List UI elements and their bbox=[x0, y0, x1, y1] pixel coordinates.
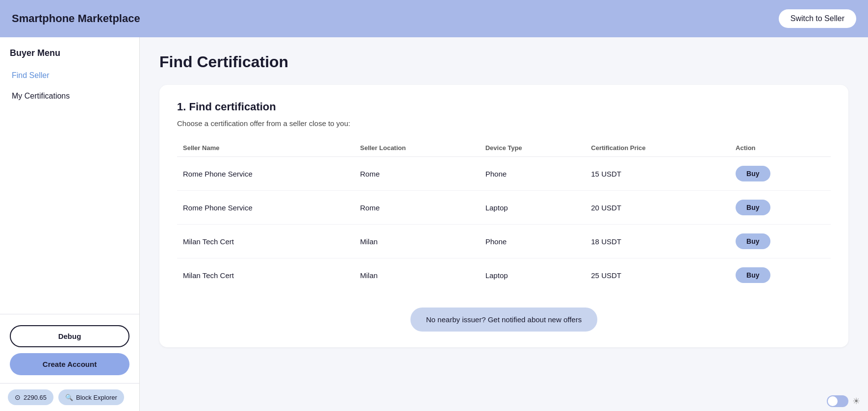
cell-action: Buy bbox=[730, 157, 831, 191]
app-title: Smartphone Marketplace bbox=[12, 12, 140, 25]
buy-button[interactable]: Buy bbox=[736, 166, 770, 181]
cell-certification-price: 18 USDT bbox=[585, 225, 730, 258]
section-description: Choose a certification offer from a sell… bbox=[177, 119, 831, 128]
block-explorer-badge[interactable]: 🔍 Block Explorer bbox=[58, 389, 124, 405]
cell-device-type: Phone bbox=[480, 225, 586, 258]
table-header: Seller Name Seller Location Device Type … bbox=[177, 139, 831, 157]
col-seller-name: Seller Name bbox=[177, 139, 354, 157]
switch-to-seller-button[interactable]: Switch to Seller bbox=[779, 9, 856, 28]
theme-toggle-track[interactable] bbox=[827, 395, 848, 407]
cell-device-type: Phone bbox=[480, 157, 586, 191]
theme-toggle-thumb bbox=[828, 396, 838, 406]
section-title: 1. Find certification bbox=[177, 101, 831, 113]
cell-certification-price: 25 USDT bbox=[585, 258, 730, 292]
col-seller-location: Seller Location bbox=[354, 139, 479, 157]
theme-toggle: ☀ bbox=[827, 395, 860, 407]
main-wrapper: Find Certification 1. Find certification… bbox=[140, 37, 868, 411]
buy-button[interactable]: Buy bbox=[736, 200, 770, 215]
cell-seller-name: Rome Phone Service bbox=[177, 157, 354, 191]
table-row: Milan Tech Cert Milan Laptop 25 USDT Buy bbox=[177, 258, 831, 292]
cell-action: Buy bbox=[730, 225, 831, 258]
cell-seller-location: Milan bbox=[354, 258, 479, 292]
table-row: Rome Phone Service Rome Phone 15 USDT Bu… bbox=[177, 157, 831, 191]
cell-action: Buy bbox=[730, 191, 831, 225]
cell-action: Buy bbox=[730, 258, 831, 292]
main-content: Find Certification 1. Find certification… bbox=[140, 37, 868, 391]
col-certification-price: Certification Price bbox=[585, 139, 730, 157]
notify-button[interactable]: No nearby issuer? Get notified about new… bbox=[410, 308, 597, 332]
cell-device-type: Laptop bbox=[480, 191, 586, 225]
body-layout: Buyer Menu Find Seller My Certifications… bbox=[0, 37, 868, 411]
cell-seller-location: Milan bbox=[354, 225, 479, 258]
buy-button[interactable]: Buy bbox=[736, 233, 770, 249]
sidebar-buttons: Debug Create Account bbox=[0, 320, 139, 383]
cell-seller-name: Milan Tech Cert bbox=[177, 258, 354, 292]
buy-button[interactable]: Buy bbox=[736, 267, 770, 283]
certification-table: Seller Name Seller Location Device Type … bbox=[177, 139, 831, 292]
sidebar-divider bbox=[0, 314, 139, 314]
sidebar-item-find-seller[interactable]: Find Seller bbox=[5, 66, 134, 85]
sidebar-footer: ⊙ 2290.65 🔍 Block Explorer bbox=[0, 383, 139, 411]
cell-certification-price: 15 USDT bbox=[585, 157, 730, 191]
sidebar-nav: Find Seller My Certifications bbox=[0, 66, 139, 308]
cell-seller-name: Milan Tech Cert bbox=[177, 225, 354, 258]
balance-badge[interactable]: ⊙ 2290.65 bbox=[8, 389, 53, 405]
block-explorer-icon: 🔍 bbox=[65, 394, 73, 401]
balance-icon: ⊙ bbox=[15, 393, 21, 401]
cell-seller-location: Rome bbox=[354, 157, 479, 191]
sidebar: Buyer Menu Find Seller My Certifications… bbox=[0, 37, 140, 411]
buyer-menu-title: Buyer Menu bbox=[0, 37, 139, 66]
header: Smartphone Marketplace Switch to Seller bbox=[0, 0, 868, 37]
create-account-button[interactable]: Create Account bbox=[10, 353, 129, 375]
table-row: Rome Phone Service Rome Laptop 20 USDT B… bbox=[177, 191, 831, 225]
block-explorer-label: Block Explorer bbox=[76, 394, 117, 401]
table-row: Milan Tech Cert Milan Phone 18 USDT Buy bbox=[177, 225, 831, 258]
cell-seller-location: Rome bbox=[354, 191, 479, 225]
col-device-type: Device Type bbox=[480, 139, 586, 157]
debug-button[interactable]: Debug bbox=[10, 325, 129, 347]
sidebar-item-my-certifications[interactable]: My Certifications bbox=[5, 87, 134, 105]
page-title: Find Certification bbox=[159, 53, 848, 71]
main-footer: ☀ bbox=[140, 391, 868, 411]
balance-value: 2290.65 bbox=[24, 394, 47, 401]
find-certification-card: 1. Find certification Choose a certifica… bbox=[159, 85, 848, 347]
cell-device-type: Laptop bbox=[480, 258, 586, 292]
table-body: Rome Phone Service Rome Phone 15 USDT Bu… bbox=[177, 157, 831, 292]
cell-seller-name: Rome Phone Service bbox=[177, 191, 354, 225]
sun-icon: ☀ bbox=[852, 396, 860, 407]
cell-certification-price: 20 USDT bbox=[585, 191, 730, 225]
col-action: Action bbox=[730, 139, 831, 157]
